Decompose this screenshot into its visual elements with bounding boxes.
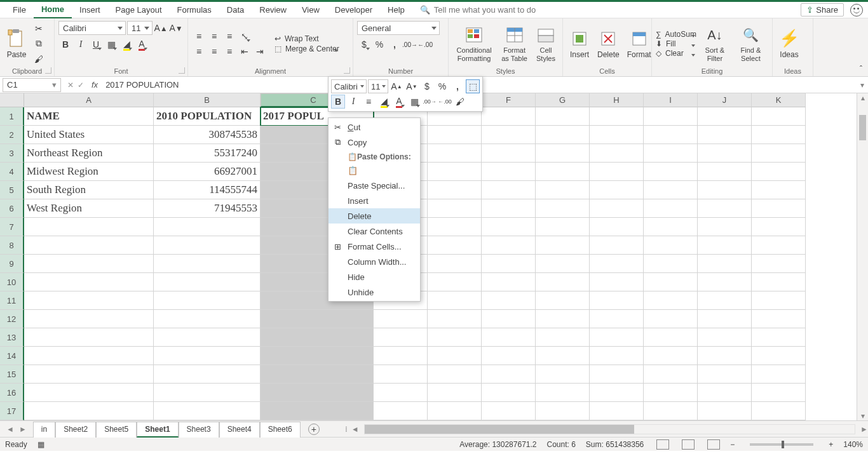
cell[interactable]: 114555744 xyxy=(154,181,261,199)
ctx-insert[interactable]: Insert xyxy=(329,193,420,208)
cell[interactable] xyxy=(24,365,154,384)
mini-bold[interactable]: B xyxy=(331,95,345,109)
enter-formula-button[interactable]: ✓ xyxy=(78,81,84,90)
cell[interactable] xyxy=(698,328,752,347)
cell[interactable] xyxy=(590,181,644,199)
row-header[interactable]: 4 xyxy=(0,163,24,181)
increase-indent-button[interactable]: ⇥ xyxy=(253,44,267,58)
scroll-up-button[interactable]: ▴ xyxy=(857,93,868,102)
ctx-delete[interactable]: Delete xyxy=(329,208,420,224)
mini-comma[interactable]: , xyxy=(451,79,465,93)
col-header-j[interactable]: J xyxy=(698,93,752,107)
cell[interactable] xyxy=(698,402,752,420)
cell[interactable]: Northeast Region xyxy=(24,144,154,163)
delete-cells-button[interactable]: Delete xyxy=(595,27,622,60)
format-cells-button[interactable]: Format xyxy=(625,27,654,60)
cell[interactable] xyxy=(536,107,590,126)
cell[interactable] xyxy=(536,181,590,199)
cell[interactable] xyxy=(536,199,590,218)
percent-format-button[interactable]: % xyxy=(372,37,386,51)
cell[interactable] xyxy=(752,328,806,347)
collapse-ribbon-button[interactable]: ˆ xyxy=(854,18,868,76)
font-dialog-launcher[interactable] xyxy=(179,67,185,74)
cell[interactable] xyxy=(644,384,698,402)
orientation-button[interactable]: ⤡ xyxy=(238,29,252,43)
decrease-decimal-button[interactable]: ←.00 xyxy=(418,37,432,51)
cell[interactable] xyxy=(374,328,428,347)
cell[interactable] xyxy=(482,255,536,273)
col-header-i[interactable]: I xyxy=(644,93,698,107)
cell[interactable] xyxy=(644,126,698,144)
hscroll-left-button[interactable]: ◄ xyxy=(351,425,359,434)
cell[interactable] xyxy=(261,384,374,402)
cell[interactable]: 308745538 xyxy=(154,126,261,144)
font-size-select[interactable]: 11 xyxy=(127,21,153,35)
mini-italic[interactable]: I xyxy=(346,95,360,109)
cell[interactable]: NAME xyxy=(24,107,154,126)
cell[interactable] xyxy=(644,255,698,273)
row-header[interactable]: 14 xyxy=(0,347,24,365)
ctx-clear-contents[interactable]: Clear Contents xyxy=(329,224,420,239)
tab-view[interactable]: View xyxy=(294,2,327,18)
cell[interactable] xyxy=(536,218,590,236)
cell[interactable] xyxy=(154,236,261,255)
cell[interactable] xyxy=(698,163,752,181)
cell[interactable] xyxy=(482,365,536,384)
insert-cells-button[interactable]: Insert xyxy=(567,27,592,60)
cell[interactable] xyxy=(752,347,806,365)
cell[interactable] xyxy=(698,107,752,126)
cell-styles-button[interactable]: Cell Styles xyxy=(533,23,559,63)
cell[interactable] xyxy=(590,291,644,310)
cell[interactable] xyxy=(536,163,590,181)
bold-button[interactable]: B xyxy=(58,37,72,51)
ctx-paste-special[interactable]: Paste Special... xyxy=(329,178,420,193)
fill-color-button[interactable]: ◢ xyxy=(119,37,133,51)
cell[interactable] xyxy=(752,144,806,163)
cell[interactable] xyxy=(644,199,698,218)
cell[interactable] xyxy=(644,347,698,365)
sheet-nav-next[interactable]: ► xyxy=(19,425,27,434)
cell[interactable] xyxy=(482,310,536,328)
cell[interactable] xyxy=(752,218,806,236)
cell[interactable] xyxy=(698,181,752,199)
cell[interactable] xyxy=(482,273,536,291)
col-header-g[interactable]: G xyxy=(536,93,590,107)
cell[interactable] xyxy=(24,218,154,236)
row-header[interactable]: 12 xyxy=(0,310,24,328)
sheet-tab[interactable]: Sheet1 xyxy=(137,422,178,438)
cell[interactable] xyxy=(698,144,752,163)
underline-button[interactable]: U xyxy=(89,37,103,51)
mini-align-center[interactable]: ≡ xyxy=(362,95,376,109)
cell[interactable] xyxy=(698,365,752,384)
cell[interactable] xyxy=(482,144,536,163)
ctx-column-width[interactable]: Column Width... xyxy=(329,254,420,269)
cell[interactable] xyxy=(154,384,261,402)
row-header[interactable]: 9 xyxy=(0,255,24,273)
format-as-table-button[interactable]: Format as Table xyxy=(498,23,531,63)
cell[interactable] xyxy=(752,163,806,181)
cell[interactable] xyxy=(428,144,482,163)
cell[interactable] xyxy=(590,144,644,163)
cell[interactable] xyxy=(644,402,698,420)
cell[interactable] xyxy=(428,255,482,273)
ctx-hide[interactable]: Hide xyxy=(329,269,420,284)
view-normal-button[interactable] xyxy=(656,439,669,450)
cell[interactable] xyxy=(536,310,590,328)
cell[interactable] xyxy=(698,236,752,255)
cell[interactable] xyxy=(482,181,536,199)
cell[interactable] xyxy=(154,347,261,365)
cell[interactable] xyxy=(536,328,590,347)
mini-accounting[interactable]: $ xyxy=(420,79,434,93)
cell[interactable] xyxy=(590,126,644,144)
cell[interactable] xyxy=(428,236,482,255)
cut-button[interactable]: ✂ xyxy=(32,22,46,36)
cell[interactable] xyxy=(482,402,536,420)
cell[interactable] xyxy=(482,107,536,126)
cell[interactable] xyxy=(590,255,644,273)
cell[interactable] xyxy=(590,365,644,384)
cell[interactable]: West Region xyxy=(24,199,154,218)
cell[interactable] xyxy=(590,273,644,291)
cell[interactable] xyxy=(482,163,536,181)
row-header[interactable]: 7 xyxy=(0,218,24,236)
cell[interactable] xyxy=(752,365,806,384)
